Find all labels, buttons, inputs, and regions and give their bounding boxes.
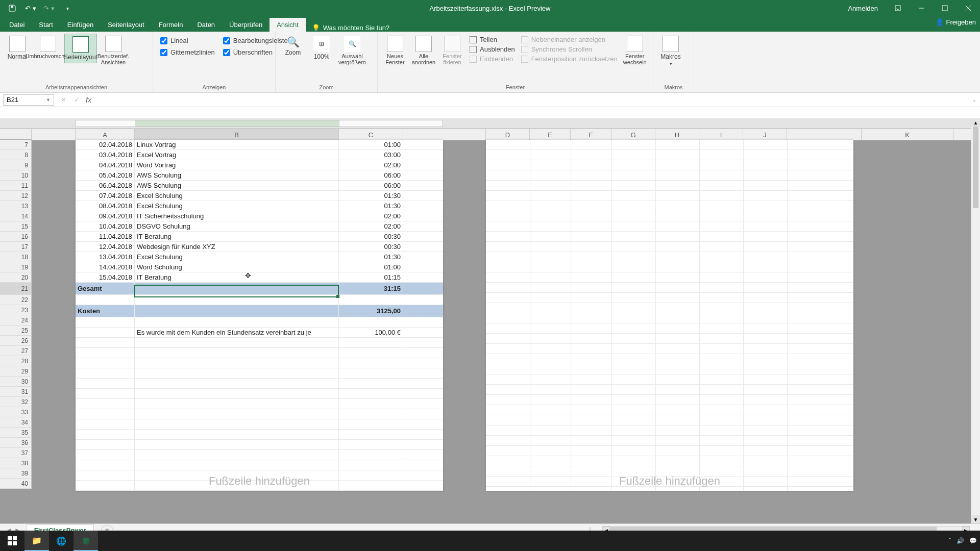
expand-formula-bar-icon[interactable]: ⌄ xyxy=(969,97,980,103)
table-row[interactable] xyxy=(76,440,443,450)
cell-duration[interactable]: 02:00 xyxy=(339,211,403,221)
cell-desc[interactable]: Excel Vortrag xyxy=(135,150,339,160)
row-header-32[interactable]: 32 xyxy=(0,397,32,407)
close-button[interactable] xyxy=(957,0,980,16)
total-row[interactable]: Gesamt31:15 xyxy=(76,283,443,295)
row-header-11[interactable]: 11 xyxy=(0,181,32,191)
col-B[interactable]: B xyxy=(135,129,339,140)
table-row[interactable]: 13.04.2018Excel Schulung01:30 xyxy=(76,252,443,262)
cell-date[interactable]: 13.04.2018 xyxy=(76,252,135,262)
footer-placeholder[interactable]: Fußzeile hinzufügen xyxy=(76,474,443,488)
cell-date[interactable]: 02.04.2018 xyxy=(76,140,135,149)
row-header-31[interactable]: 31 xyxy=(0,387,32,397)
row-headers[interactable]: 7891011121314151617181920212223242526272… xyxy=(0,140,32,489)
tab-file[interactable]: Datei xyxy=(2,18,32,32)
row-header-16[interactable]: 16 xyxy=(0,232,32,242)
row-header-40[interactable]: 40 xyxy=(0,479,32,489)
table-row[interactable] xyxy=(76,450,443,460)
split-button[interactable]: Teilen xyxy=(470,36,515,43)
cell-desc[interactable]: IT Beratung xyxy=(135,232,339,241)
table-row[interactable]: 05.04.2018AWS Schulung06:00 xyxy=(76,170,443,181)
cell-desc[interactable]: Word Vortrag xyxy=(135,160,339,170)
col-E[interactable]: E xyxy=(530,129,571,140)
arrange-all-button[interactable]: Alle anordnen xyxy=(409,34,438,67)
cell-duration[interactable]: 00:30 xyxy=(339,232,403,241)
row-header-20[interactable]: 20 xyxy=(0,272,32,283)
row-header-13[interactable]: 13 xyxy=(0,201,32,211)
tab-data[interactable]: Daten xyxy=(190,18,222,32)
row-header-24[interactable]: 24 xyxy=(0,315,32,325)
cell-desc[interactable]: Excel Schulung xyxy=(135,191,339,201)
rate-value[interactable]: 100,00 € xyxy=(339,328,403,337)
zoom-selection-button[interactable]: 🔍Auswahl vergrößern xyxy=(336,34,369,67)
new-window-button[interactable]: Neues Fenster xyxy=(381,34,409,67)
cell-desc[interactable]: AWS Schulung xyxy=(135,181,339,190)
cell-desc[interactable]: Word Schulung xyxy=(135,262,339,272)
taskbar-excel[interactable]: ▦ xyxy=(74,531,98,551)
cell-duration[interactable]: 01:30 xyxy=(339,252,403,262)
tray-volume-icon[interactable]: 🔊 xyxy=(957,537,964,544)
select-all-corner[interactable] xyxy=(0,129,32,139)
formula-input[interactable] xyxy=(93,94,969,106)
row-header-15[interactable]: 15 xyxy=(0,221,32,232)
col-H[interactable]: H xyxy=(655,129,699,140)
table-row[interactable] xyxy=(76,379,443,389)
row-header-23[interactable]: 23 xyxy=(0,305,32,315)
table-row[interactable] xyxy=(76,317,443,328)
ribbon-options-icon[interactable] xyxy=(886,0,910,16)
table-row[interactable] xyxy=(76,295,443,305)
table-row[interactable]: 15.04.2018IT Beratung01:15 xyxy=(76,272,443,283)
table-row[interactable] xyxy=(76,348,443,358)
cell-duration[interactable]: 06:00 xyxy=(339,181,403,190)
table-row[interactable] xyxy=(76,409,443,419)
table-row[interactable] xyxy=(76,430,443,440)
system-tray[interactable]: ˄ 🔊 💬 xyxy=(948,537,977,544)
view-page-break-button[interactable]: Umbruchvorschau xyxy=(32,34,64,61)
cell-desc[interactable]: AWS Schulung xyxy=(135,170,339,180)
cell-duration[interactable]: 01:00 xyxy=(339,140,403,149)
tray-action-center-icon[interactable]: 💬 xyxy=(969,537,977,544)
table-row[interactable]: 06.04.2018AWS Schulung06:00 xyxy=(76,181,443,191)
table-row[interactable] xyxy=(76,368,443,379)
view-custom-views-button[interactable]: Benutzerdef. Ansichten xyxy=(97,34,130,67)
cell-desc[interactable]: IT Beratung xyxy=(135,272,339,282)
table-row[interactable]: 14.04.2018Word Schulung01:00 xyxy=(76,262,443,272)
vertical-scrollbar[interactable]: ▲ ▼ xyxy=(971,118,980,523)
cell-date[interactable]: 04.04.2018 xyxy=(76,160,135,170)
row-header-26[interactable]: 26 xyxy=(0,336,32,346)
maximize-button[interactable] xyxy=(933,0,957,16)
start-button[interactable] xyxy=(0,531,24,551)
table-row[interactable]: 10.04.2018DSGVO Schulung02:00 xyxy=(76,221,443,232)
col-J[interactable]: J xyxy=(743,129,787,140)
cost-row[interactable]: Kosten3125,00 xyxy=(76,305,443,317)
qat-customize-icon[interactable]: ▾ xyxy=(59,1,76,15)
cell-duration[interactable]: 03:00 xyxy=(339,150,403,160)
row-header-10[interactable]: 10 xyxy=(0,170,32,181)
row-header-17[interactable]: 17 xyxy=(0,242,32,252)
table-row[interactable]: 09.04.2018IT Sicherheitsschulung02:00 xyxy=(76,211,443,221)
cell-duration[interactable]: 06:00 xyxy=(339,170,403,180)
cell-date[interactable]: 09.04.2018 xyxy=(76,211,135,221)
cell-date[interactable]: 10.04.2018 xyxy=(76,221,135,231)
cell-date[interactable]: 05.04.2018 xyxy=(76,170,135,180)
row-header-34[interactable]: 34 xyxy=(0,417,32,428)
cell-date[interactable]: 08.04.2018 xyxy=(76,201,135,211)
col-I[interactable]: I xyxy=(699,129,743,140)
freeze-panes-button[interactable]: Fenster fixieren xyxy=(438,34,467,67)
cell-duration[interactable]: 01:30 xyxy=(339,191,403,201)
taskbar-browser[interactable]: 🌐 xyxy=(49,531,74,551)
cell-date[interactable]: 07.04.2018 xyxy=(76,191,135,201)
row-header-22[interactable]: 22 xyxy=(0,295,32,305)
row-header-8[interactable]: 8 xyxy=(0,150,32,160)
scrollbar-thumb[interactable] xyxy=(973,127,978,208)
name-box[interactable]: B21▼ xyxy=(3,94,54,106)
tray-up-icon[interactable]: ˄ xyxy=(948,537,951,544)
tab-formulas[interactable]: Formeln xyxy=(152,18,190,32)
cell[interactable] xyxy=(135,283,339,294)
cell-desc[interactable]: DSGVO Schulung xyxy=(135,221,339,231)
cell-desc[interactable]: Excel Schulung xyxy=(135,252,339,262)
table-row[interactable]: 12.04.2018Webdesign für Kunde XYZ00:30 xyxy=(76,242,443,252)
hide-button[interactable]: Ausblenden xyxy=(470,45,515,53)
table-row[interactable] xyxy=(76,338,443,348)
switch-windows-button[interactable]: Fenster wechseln xyxy=(621,34,649,67)
